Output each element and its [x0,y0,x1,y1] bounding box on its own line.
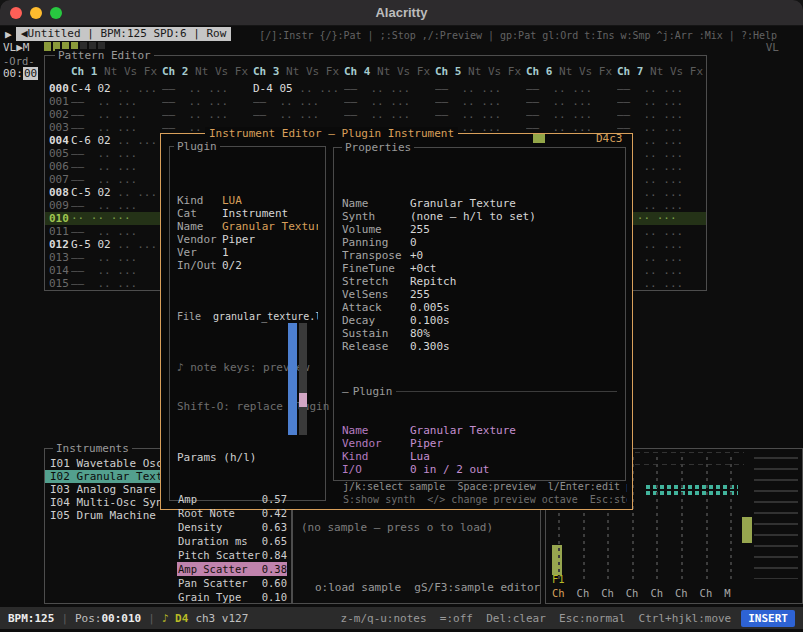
fader-handle-master[interactable] [742,517,752,543]
cell-empty: —— .. ... [253,108,319,121]
play-icon[interactable]: ▶ [5,28,12,41]
pattern-cell[interactable]: —— .. ... [71,160,162,173]
row-number: 013 [45,251,71,264]
field-label: Ver [177,246,222,259]
order-selected: 00 [23,67,38,80]
param-row[interactable]: Root Note0.42 [177,506,287,520]
properties-panel: Properties NameGranular TextureSynth(non… [333,147,626,481]
field-value: +0 [410,249,423,262]
param-row[interactable]: Amp0.57 [177,492,287,506]
pattern-cell[interactable]: —— .. ... [71,121,162,134]
instruments-title: Instruments [53,442,132,455]
pattern-cell[interactable]: C-5 02 .. ... [71,186,162,199]
pattern-cell[interactable]: —— .. ... [71,264,162,277]
pattern-cell[interactable]: —— .. ... [253,108,344,121]
status-right: z-m/q-u:notes =:off Del:clear Esc:normal… [341,610,795,627]
field-row: Sustain80% [342,327,617,340]
song-tab[interactable]: ◀Untitled | BPM:125 SPD:6 | Row [16,27,231,41]
pattern-cell[interactable]: —— .. ... [71,173,162,186]
pattern-cell[interactable]: —— .. ... [71,277,162,290]
mixer-channel-label[interactable]: Ch [577,587,590,600]
cell-empty: —— .. ... [71,225,137,238]
field-value: 255 [410,223,430,236]
mixer-channel-label[interactable]: Ch [601,587,614,600]
pattern-cell[interactable]: —— .. ... [344,95,435,108]
pattern-cell[interactable]: —— .. ... [526,82,617,95]
mixer-channel-label[interactable]: Ch [650,587,663,600]
pattern-cell[interactable]: —— .. ... [162,108,253,121]
pattern-cell[interactable]: —— .. ... [435,82,526,95]
cell-empty: —— .. ... [71,173,137,186]
channel-header[interactable]: Ch 4 Nt Vs Fx [344,65,435,78]
instrument-editor-dialog: Instrument Editor — Plugin Instrument Pl… [160,133,633,510]
pattern-row[interactable]: 001—— .. ...—— .. ...—— .. ...—— .. ...—… [45,95,706,108]
fader-track [706,457,708,579]
param-row[interactable]: Amp Scatter0.38 [177,562,287,576]
pattern-row[interactable]: 002—— .. ...—— .. ...—— .. ...—— .. ...—… [45,108,706,121]
param-row[interactable]: Duration ms0.65 [177,534,287,548]
mixer-channel-label[interactable]: Ch [552,587,565,600]
pattern-cell[interactable]: —— .. ... [435,108,526,121]
pattern-cell[interactable]: —— .. ... [71,108,162,121]
mixer-channel-label[interactable]: Ch [675,587,688,600]
pattern-cell[interactable]: G-5 02 .. ... [71,238,162,251]
row-number: 012 [45,238,71,251]
param-value-bar[interactable] [288,323,297,435]
mixer-meter-strip [646,491,738,495]
pattern-cell[interactable]: —— .. ... [617,108,708,121]
channel-header[interactable]: Ch 7 Nt Vs Fx [617,65,708,78]
param-row[interactable]: Density0.63 [177,520,287,534]
field-value: 0.300s [410,340,450,353]
cell-empty: —— .. ... [526,108,592,121]
field-label: Transpose [342,249,410,262]
titlebar: Alacritty [0,0,803,26]
channel-header[interactable]: Ch 5 Nt Vs Fx [435,65,526,78]
pattern-cell[interactable]: C-4 02 .. ... [71,82,162,95]
cell-empty: —— .. ... [71,108,137,121]
channel-header[interactable]: Ch 6 Nt Vs Fx [526,65,617,78]
mixer-channel-label[interactable]: M [724,587,730,600]
pattern-cell[interactable]: D-4 05 .. ... [253,82,344,95]
pattern-cell[interactable]: C-6 02 .. ... [71,134,162,147]
pattern-cell[interactable]: —— .. ... [344,108,435,121]
pattern-cell[interactable]: —— .. ... [71,147,162,160]
pattern-row[interactable]: 000C-4 02 .. ...—— .. ...D-4 05 .. ...——… [45,82,706,95]
pattern-cell[interactable]: —— .. ... [617,95,708,108]
mixer-channel-label[interactable]: Ch [700,587,713,600]
order-list-entry[interactable]: 00:00 [3,67,38,80]
pattern-cell[interactable]: —— .. ... [71,95,162,108]
row-number: 009 [45,199,71,212]
channel-header[interactable]: Ch 2 Nt Vs Fx [162,65,253,78]
pattern-cell[interactable]: —— .. ... [526,95,617,108]
cell-note: D-4 05 [253,82,293,95]
param-row[interactable]: Grain Type0.10 [177,590,287,604]
pattern-cell[interactable]: —— .. ... [617,82,708,95]
channel-name: Ch 5 [435,65,462,78]
pattern-cell[interactable]: —— .. ... [71,199,162,212]
channel-header[interactable]: Ch 3 Nt Vs Fx [253,65,344,78]
param-scroll-track[interactable] [299,323,307,435]
param-scroll-thumb[interactable] [299,393,307,407]
channel-subcolumns: Nt Vs Fx [371,65,431,78]
field-value: 0 [410,236,417,249]
pattern-cell[interactable]: —— .. ... [162,95,253,108]
row-number: 008 [45,186,71,199]
pattern-cell[interactable]: ·· ·· ··· [71,212,162,225]
param-row[interactable]: Pitch Scatter0.84 [177,548,287,562]
pattern-cell[interactable]: —— .. ... [253,95,344,108]
field-value: 255 [410,288,430,301]
pattern-cell[interactable]: —— .. ... [526,108,617,121]
field-row: NameGranular Texture [177,220,318,233]
mixer-channel-label[interactable]: Ch [626,587,639,600]
pattern-cell[interactable]: —— .. ... [344,82,435,95]
channel-header[interactable]: Ch 1 Nt Vs Fx [71,65,162,78]
pattern-cell[interactable]: —— .. ... [162,82,253,95]
param-row[interactable]: Pan Scatter0.60 [177,576,287,590]
pattern-cell[interactable]: —— .. ... [71,225,162,238]
fader-handle-ch1[interactable] [552,545,562,575]
param-name: Pitch Scatter [178,548,262,562]
last-note-status: ♪ D4 [162,612,189,625]
pattern-cell[interactable]: —— .. ... [435,95,526,108]
pattern-cell[interactable]: —— .. ... [71,251,162,264]
bpm-field: BPM:125 [8,612,54,625]
